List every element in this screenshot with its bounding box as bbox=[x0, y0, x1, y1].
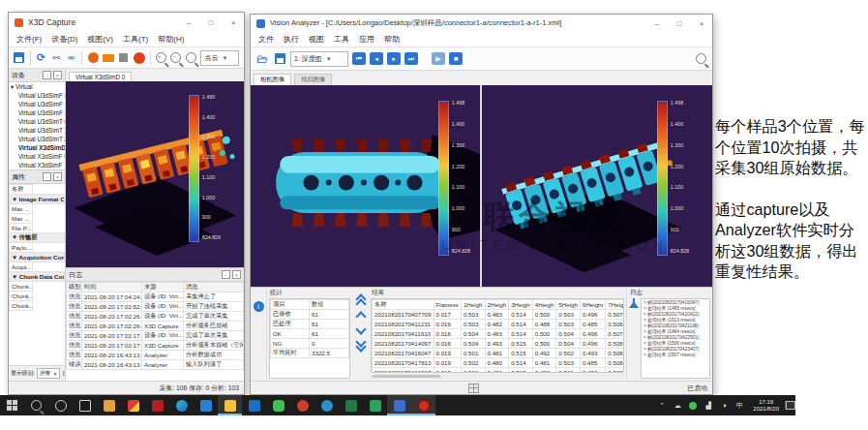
panel-pin-icon[interactable]: ▫ bbox=[222, 270, 230, 279]
viewport-tab[interactable]: Virtual X3dSimD 0 bbox=[69, 72, 132, 81]
analyzer-viewport-right[interactable]: 1.4981.4001.3001.2001.1001.000900824.828 bbox=[482, 85, 712, 287]
minimize-button[interactable]: – bbox=[648, 16, 666, 31]
table-row[interactable]: 已接收61 bbox=[271, 310, 349, 320]
table-row[interactable]: File P...C:\Program Fil... bbox=[10, 224, 65, 233]
table-row[interactable]: Paylo...256000048 bbox=[10, 243, 65, 253]
panel-close-icon[interactable]: × bbox=[53, 172, 62, 181]
tray-network-icon[interactable]: ▟ bbox=[701, 402, 716, 410]
maximize-button[interactable]: □ bbox=[202, 15, 220, 30]
taskbar-app-outlook[interactable] bbox=[242, 395, 266, 415]
taskbar-app-sogou[interactable] bbox=[121, 395, 145, 415]
panel-pin-icon[interactable]: ▫ bbox=[43, 172, 51, 181]
table-row[interactable]: Chunk...CoordinateC bbox=[10, 282, 65, 292]
device-tree[interactable]: ▾ VirtualVirtual U3dSimF 0Virtual U3dSim… bbox=[9, 82, 65, 170]
table-row[interactable]: Acqui...5.00 bbox=[10, 262, 65, 272]
search-icon[interactable] bbox=[24, 395, 48, 415]
taskbar-app-crown[interactable] bbox=[97, 395, 121, 415]
taskbar-app-filezilla[interactable] bbox=[145, 395, 169, 415]
table-row[interactable]: 202108201704140970.0160.5040.4930.5150.5… bbox=[373, 339, 625, 349]
tray-ime-indicator[interactable]: 中 bbox=[732, 401, 747, 411]
menu-item[interactable]: 视图(V) bbox=[82, 32, 118, 46]
panel-pin-icon[interactable]: ▫ bbox=[43, 71, 51, 79]
menu-item[interactable]: 视图 bbox=[304, 32, 329, 46]
taskbar-app-mail[interactable] bbox=[194, 395, 218, 415]
zoom-reset-icon[interactable] bbox=[186, 51, 197, 65]
taskbar-app-wechat[interactable] bbox=[266, 395, 290, 415]
device-tree-item[interactable]: Virtual X3dSimF 1 bbox=[9, 161, 65, 169]
taskbar-app-excel[interactable] bbox=[339, 395, 363, 415]
table-row[interactable]: 平均耗时3322.5 bbox=[271, 349, 349, 358]
table-row[interactable]: 202108201704112310.0160.5030.4820.5140.4… bbox=[373, 320, 625, 329]
prev-frame-button[interactable]: ◂ bbox=[370, 52, 383, 65]
image-select[interactable]: 1: 深度图 ▼ bbox=[290, 51, 348, 67]
open-file-icon[interactable]: 🗁 bbox=[255, 52, 269, 66]
level-select[interactable]: 所有 ▼ bbox=[37, 368, 61, 379]
view-mode-select[interactable]: 点云 ▼ bbox=[200, 50, 239, 66]
table-row[interactable]: NG0 bbox=[271, 339, 349, 349]
table-row[interactable]: 202108201704160470.0190.5010.4810.5150.4… bbox=[373, 349, 625, 358]
table-row[interactable]: ▼ Chunk Data Control bbox=[10, 272, 65, 282]
table-row[interactable]: ▼ Image Format Control bbox=[10, 195, 65, 204]
first-frame-button[interactable]: ⏮ bbox=[352, 52, 366, 65]
start-button[interactable] bbox=[0, 395, 24, 415]
image-tab[interactable]: 线扫图像 bbox=[294, 74, 332, 85]
table-row[interactable]: 信息2021-08-20 17:02:17:056设备 (ID: Virt...… bbox=[67, 331, 244, 341]
show-desktop-button[interactable] bbox=[785, 401, 795, 410]
device-tree-item[interactable]: Virtual X3dSimF 0 bbox=[9, 152, 65, 161]
table-row[interactable]: 202108201704077090.0170.5030.4830.5140.5… bbox=[373, 310, 625, 320]
taskbar-app-edge[interactable] bbox=[169, 395, 194, 415]
next-frame-button[interactable]: ▸ bbox=[387, 52, 401, 65]
table-row[interactable]: 错误2021-08-20 16:43:13:036Analyzer输入队列满了 bbox=[67, 360, 244, 370]
taskbar-app-window[interactable] bbox=[387, 395, 411, 415]
table-row[interactable]: 202108201704178130.0190.5020.4800.5140.4… bbox=[373, 358, 625, 368]
tray-chevron-up-icon[interactable]: ⌃ bbox=[654, 402, 670, 410]
taskbar-app-red[interactable] bbox=[290, 395, 314, 415]
info-icon[interactable]: i bbox=[254, 301, 264, 312]
zoom-out-icon[interactable]: − bbox=[170, 51, 182, 65]
task-view-icon[interactable] bbox=[73, 395, 97, 415]
search-icon[interactable] bbox=[694, 52, 707, 66]
taskbar-app-browser[interactable] bbox=[314, 395, 339, 415]
panel-close-icon[interactable]: × bbox=[232, 270, 241, 279]
tray-cloud-icon[interactable]: ☁ bbox=[670, 402, 685, 410]
minimize-button[interactable]: – bbox=[180, 15, 197, 30]
device-tree-item[interactable]: Virtual U3dSimF 1 bbox=[9, 100, 65, 108]
taskbar-app-recorder[interactable] bbox=[411, 395, 435, 415]
taskbar-app-green[interactable] bbox=[363, 395, 387, 415]
disconnect-icon[interactable]: ⚮ bbox=[66, 51, 77, 65]
table-row[interactable]: Max ...4000 bbox=[10, 204, 65, 214]
table-row[interactable]: Max ...4000 bbox=[10, 214, 65, 224]
tray-speaker-icon[interactable]: 🕨 bbox=[716, 402, 732, 410]
table-row[interactable]: ▼ Acquisition Control bbox=[10, 253, 65, 262]
table-row[interactable]: 信息2021-08-20 17:02:26:520设备 (ID: Virt...… bbox=[67, 312, 244, 322]
analyzer-log-list[interactable]: > 帧(20210820170416047)> 处理结果 (1495 msecs… bbox=[641, 298, 710, 379]
prev-row-button[interactable] bbox=[355, 311, 366, 322]
menu-item[interactable]: 帮助 bbox=[379, 32, 404, 46]
cortana-icon[interactable] bbox=[48, 395, 73, 415]
table-row[interactable]: ▼ 传输层 bbox=[10, 233, 65, 243]
table-row[interactable]: Chunk...0.00 bbox=[10, 301, 65, 311]
clear-log-icon[interactable] bbox=[629, 298, 639, 308]
table-row[interactable]: 202108201704119100.0160.5040.4830.5140.5… bbox=[373, 329, 625, 339]
capture-viewport[interactable]: 1.4901.4001.3001.2001.1001.000900824.826 bbox=[66, 81, 244, 267]
table-row[interactable]: 信息2021-08-20 17:02:17:027X3D Capture分析服务… bbox=[67, 341, 244, 351]
analyzer-titlebar[interactable]: Vision Analyzer - [C:/Users/Longao/Deskt… bbox=[251, 15, 712, 32]
next-row-button[interactable] bbox=[355, 323, 366, 334]
taskbar-app-explorer[interactable] bbox=[218, 395, 242, 415]
close-button[interactable]: × bbox=[224, 15, 242, 30]
view-layout-icon[interactable] bbox=[468, 384, 479, 393]
device-tree-item[interactable]: ▾ Virtual bbox=[9, 82, 65, 91]
device-tree-item[interactable]: Virtual U3dSimT 0 bbox=[9, 117, 65, 126]
panel-close-icon[interactable]: × bbox=[53, 71, 62, 79]
record-video-icon[interactable] bbox=[103, 51, 114, 65]
device-tree-item[interactable]: Virtual U3dSimF 0 bbox=[9, 91, 65, 100]
connect-icon[interactable]: ⚯ bbox=[50, 51, 62, 65]
close-button[interactable]: × bbox=[693, 16, 710, 31]
menu-item[interactable]: 文件(F) bbox=[12, 32, 46, 46]
table-row[interactable]: 202108201704182670.0190.5010.4810.5150.4… bbox=[373, 368, 625, 374]
first-row-button[interactable] bbox=[357, 295, 365, 308]
taskbar-clock[interactable]: 17:19 2021/8/20 bbox=[747, 399, 785, 413]
menu-item[interactable]: 帮助(H) bbox=[153, 32, 189, 46]
stop-button[interactable]: ■ bbox=[449, 52, 463, 65]
save-icon[interactable] bbox=[14, 51, 25, 65]
